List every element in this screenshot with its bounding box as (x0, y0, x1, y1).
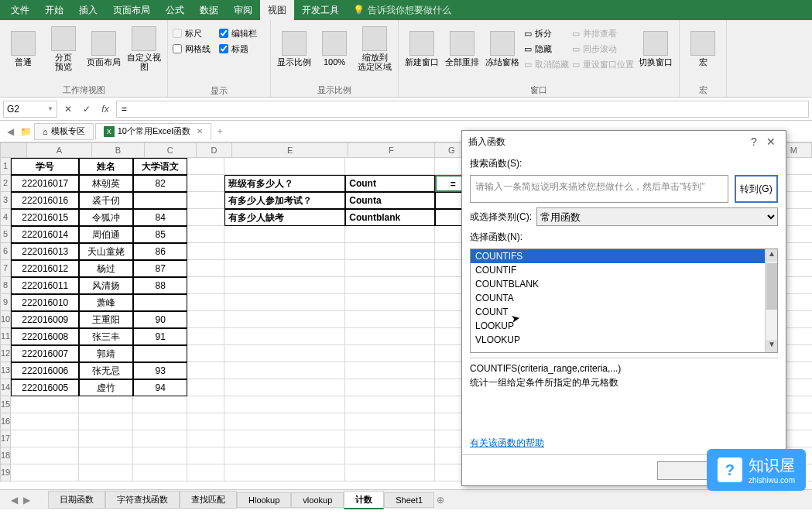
cell[interactable]: 86 (133, 243, 187, 260)
zoom100-button[interactable]: 100% (316, 22, 353, 76)
scroll-down-icon[interactable]: ▼ (766, 340, 778, 352)
cell[interactable] (224, 413, 345, 430)
cell[interactable] (79, 464, 133, 481)
cell[interactable]: 杨过 (79, 260, 133, 277)
cell[interactable] (345, 294, 435, 311)
cell[interactable] (345, 277, 435, 294)
cell[interactable] (187, 243, 224, 260)
cell[interactable] (224, 277, 345, 294)
cell[interactable] (345, 379, 435, 396)
cell[interactable] (187, 447, 224, 464)
cell[interactable] (224, 294, 345, 311)
cell[interactable]: 林朝英 (79, 175, 133, 192)
cell[interactable] (187, 328, 224, 345)
freezepanes-button[interactable]: 冻结窗格 (484, 22, 521, 76)
cell[interactable] (187, 226, 224, 243)
cell[interactable] (345, 464, 435, 481)
workbook-tab-templates[interactable]: ⌂模板专区 (34, 123, 94, 140)
cell[interactable]: 222016007 (11, 345, 79, 362)
cell[interactable] (345, 243, 435, 260)
cell[interactable]: 222016008 (11, 328, 79, 345)
cell[interactable] (11, 447, 79, 464)
name-box[interactable]: G2 (3, 101, 57, 118)
cell[interactable] (345, 260, 435, 277)
cell[interactable]: 学号 (11, 158, 79, 175)
menu-tab-file[interactable]: 文件 (3, 0, 37, 20)
dialog-close-button[interactable]: ✕ (762, 135, 779, 148)
cell[interactable]: 222016009 (11, 311, 79, 328)
close-tab-button[interactable]: ✕ (197, 127, 203, 135)
menu-tab-review[interactable]: 审阅 (226, 0, 260, 20)
cell[interactable] (345, 226, 435, 243)
cell[interactable]: Counta (345, 192, 435, 209)
tab-add-button[interactable]: ＋ (213, 125, 227, 139)
normal-view-button[interactable]: 普通 (5, 22, 42, 76)
sheet-tab[interactable]: 日期函数 (48, 491, 105, 509)
tab-folder[interactable]: 📁 (19, 125, 33, 139)
cell[interactable]: 虚竹 (79, 379, 133, 396)
row-header[interactable]: 12 (0, 345, 11, 362)
cell[interactable]: 90 (133, 311, 187, 328)
headings-checkbox[interactable]: 标题 (219, 42, 257, 56)
cell[interactable] (187, 413, 224, 430)
add-sheet-button[interactable]: ⊕ (434, 495, 447, 505)
cell[interactable]: 天山童姥 (79, 243, 133, 260)
cell[interactable]: 222016011 (11, 277, 79, 294)
sheet-tab[interactable]: Sheet1 (384, 492, 434, 508)
row-header[interactable]: 19 (0, 464, 11, 481)
cell[interactable]: 82 (133, 175, 187, 192)
goto-button[interactable]: 转到(G) (735, 175, 778, 203)
cell[interactable] (224, 345, 345, 362)
cell[interactable] (133, 413, 187, 430)
cell[interactable] (11, 430, 79, 447)
cell[interactable] (11, 464, 79, 481)
cell[interactable] (133, 294, 187, 311)
cell[interactable]: 222016005 (11, 379, 79, 396)
cell[interactable] (224, 379, 345, 396)
row-header[interactable]: 7 (0, 260, 11, 277)
cell[interactable]: 令狐冲 (79, 209, 133, 226)
sheet-nav-next[interactable]: ▶ (20, 495, 33, 505)
menu-tab-insert[interactable]: 插入 (71, 0, 105, 20)
cell[interactable] (133, 447, 187, 464)
switchwindow-button[interactable]: 切换窗口 (637, 22, 674, 76)
function-item[interactable]: COUNTIF (471, 263, 777, 277)
row-header[interactable]: 4 (0, 209, 11, 226)
cell[interactable]: 222016013 (11, 243, 79, 260)
sheet-tab[interactable]: 查找匹配 (180, 491, 237, 509)
cell[interactable]: 张三丰 (79, 328, 133, 345)
cell[interactable]: 222016006 (11, 362, 79, 379)
cell[interactable] (133, 345, 187, 362)
category-select[interactable]: 常用函数 (536, 207, 778, 226)
function-item[interactable]: LOOKUP (471, 319, 777, 333)
cell[interactable] (224, 243, 345, 260)
menu-tab-pagelayout[interactable]: 页面布局 (105, 0, 158, 20)
zoomselection-button[interactable]: 缩放到 选定区域 (356, 22, 393, 76)
row-header[interactable]: 9 (0, 294, 11, 311)
scroll-thumb[interactable] (766, 263, 777, 310)
zoom-button[interactable]: 显示比例 (276, 22, 313, 76)
row-header[interactable]: 3 (0, 192, 11, 209)
row-header[interactable]: 5 (0, 226, 11, 243)
cell[interactable] (11, 396, 79, 413)
cell[interactable]: Count (345, 175, 435, 192)
cell[interactable] (187, 311, 224, 328)
cell[interactable] (345, 328, 435, 345)
cell[interactable]: 风清扬 (79, 277, 133, 294)
cell[interactable] (187, 464, 224, 481)
cell[interactable] (345, 430, 435, 447)
cell[interactable] (187, 209, 224, 226)
cell[interactable]: 222016015 (11, 209, 79, 226)
cell[interactable] (133, 396, 187, 413)
sidebyside-button[interactable]: ▭ 并排查看 (572, 26, 634, 40)
dialog-titlebar[interactable]: 插入函数 ? ✕ (462, 131, 786, 152)
scroll-up-icon[interactable]: ▲ (766, 249, 778, 262)
cell[interactable] (187, 260, 224, 277)
tab-nav-left[interactable]: ◀ (3, 125, 17, 139)
sheet-tab[interactable]: Hlookup (237, 492, 291, 508)
menu-tab-view[interactable]: 视图 (260, 0, 294, 20)
cell[interactable] (224, 226, 345, 243)
col-header[interactable]: E (232, 142, 348, 158)
function-item[interactable]: COUNTIFS (471, 249, 777, 263)
cell[interactable] (345, 311, 435, 328)
